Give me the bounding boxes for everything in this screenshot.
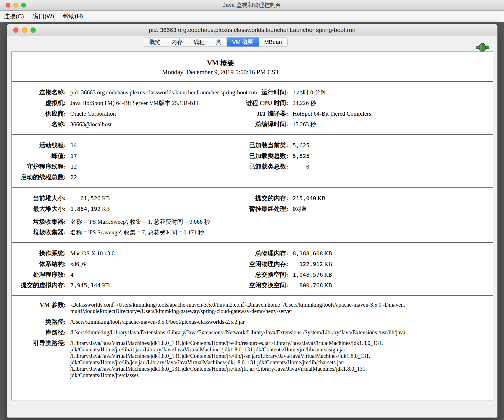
section-threads-classes: 活动线程:14 峰值:17 守护程序线程:12 启动的线程总数:22 已加装当前…: [12, 135, 493, 187]
section-os: 操作系统:Mac OS X 10.13.6 体系结构:x86_64 处理程序数:…: [12, 243, 493, 295]
field-label: 总编译时间:: [230, 120, 288, 129]
row-unloaded-classes: 已卸载类总数:0: [230, 161, 493, 172]
field-value: 17: [70, 153, 77, 159]
field-value: /Users/kimmking/Library/Java/Extensions:…: [70, 329, 408, 336]
field-label: 已加载类总数:: [230, 152, 288, 160]
field-unit: KB: [101, 195, 110, 201]
section-connection: 连接名称:pid: 36663 org.codehaus.plexus.clas…: [12, 82, 493, 134]
field-label: 垃圾收集器:: [12, 218, 66, 226]
field-value: 800,768: [293, 282, 323, 289]
field-value: 4: [70, 271, 74, 278]
field-value: 14: [70, 142, 77, 149]
field-label: 名称:: [12, 120, 66, 129]
row-daemon-threads: 守护程序线程:12: [12, 161, 230, 172]
field-value: 122,912: [293, 261, 323, 267]
tab-vm-summary[interactable]: VM 概要: [227, 38, 259, 46]
field-value: 36663@localhost: [70, 121, 112, 128]
field-value: -Dclassworlds.conf=/Users/kimmking/tools…: [70, 302, 405, 314]
row-name: 名称:36663@localhost: [12, 119, 230, 130]
mdi-desktop: pid: 36663 org.codehaus.plexus.classworl…: [0, 22, 504, 420]
tab-overview[interactable]: 概览: [144, 38, 166, 46]
field-value: Oracle Corporation: [70, 110, 116, 117]
tab-mbean[interactable]: MBean: [259, 38, 287, 46]
field-value: /Users/kimmking/tools/apache-maven-3.5.0…: [70, 319, 245, 325]
row-committed-virtual: 提交的虚拟内存:7,945,144 KB: [12, 280, 230, 291]
field-unit: 对象: [296, 206, 307, 212]
field-label: 启动的线程总数:: [12, 173, 66, 181]
row-current-classes: 已加装当前类:5,625: [230, 140, 493, 151]
timestamp: Monday, December 9, 2019 5:50:16 PM CST: [12, 68, 429, 77]
tab-classes[interactable]: 类: [210, 38, 227, 46]
row-cpu-time: 进程 CPU 时间:24.226 秒: [230, 98, 493, 108]
connection-frame: pid: 36663 org.codehaus.plexus.classworl…: [7, 24, 498, 418]
tab-memory[interactable]: 内存: [166, 38, 188, 46]
row-max-heap: 最大堆大小:1,864,192 KB: [12, 204, 230, 214]
field-unit: KB: [323, 272, 332, 278]
field-label: 当前堆大小:: [12, 194, 66, 202]
row-jit: JIT 编译器:HotSpot 64-Bit Tiered Compilers: [230, 108, 493, 119]
field-label: 最大堆大小:: [12, 205, 66, 213]
page-title: VM 概要: [12, 58, 429, 68]
field-value: 7,945,144: [70, 282, 101, 289]
field-label: 类路径:: [12, 319, 66, 325]
menu-help[interactable]: 帮助(H): [63, 12, 87, 20]
vm-summary-panel: VM 概要 Monday, December 9, 2019 5:50:16 P…: [11, 52, 493, 400]
tab-bar: 概览 内存 线程 类 VM 概要 MBean: [144, 37, 288, 47]
field-label: 提交的虚拟内存:: [12, 281, 66, 290]
row-gc-marksweep: 垃圾收集器:名称 = 'PS MarkSweep', 收集 = 1, 总花费时间…: [12, 216, 493, 227]
field-label: 库路径:: [12, 329, 66, 336]
field-value: 61,526: [70, 195, 101, 202]
field-label: 活动线程:: [12, 141, 66, 150]
app-titlebar: Java 监视和管理控制台: [0, 0, 504, 11]
field-unit: KB: [316, 195, 325, 201]
field-value: 5,625: [293, 142, 309, 149]
row-committed-memory: 提交的内存:215,040 KB: [230, 193, 493, 204]
field-label: 连接名称:: [12, 88, 66, 97]
menu-window[interactable]: 窗口(W): [33, 12, 59, 20]
field-value: HotSpot 64-Bit Tiered Compilers: [293, 110, 371, 117]
row-free-swap: 空闲交换空间:800,768 KB: [230, 280, 493, 291]
row-current-heap: 当前堆大小:61,526 KB: [12, 193, 230, 204]
field-label: 进程 CPU 时间:: [230, 99, 288, 107]
field-label: 总物理内存:: [230, 249, 288, 258]
field-value: pid: 36663 org.codehaus.plexus.classworl…: [70, 89, 257, 96]
field-value: 1,864,192: [70, 206, 101, 212]
field-value: 名称 = 'PS MarkSweep', 收集 = 1, 总花费时间 = 0.0…: [70, 218, 210, 226]
row-loaded-classes: 已加载类总数:5,625: [230, 151, 493, 161]
field-value: Mac OS X 10.13.6: [70, 250, 115, 257]
field-value: /Library/Java/JavaVirtualMachines/jdk1.8…: [70, 340, 383, 379]
row-gc-scavenge: 垃圾收集器:名称 = 'PS Scavenge', 收集 = 7, 总花费时间 …: [12, 227, 493, 238]
field-label: 峰值:: [12, 152, 66, 160]
field-value: 215,040: [293, 195, 316, 202]
row-pending-finalization: 暂挂最终处理:0对象: [230, 204, 493, 214]
row-peak-threads: 峰值:17: [12, 151, 230, 161]
field-value: x86_64: [70, 261, 88, 268]
menu-connect[interactable]: 连接(C): [4, 12, 28, 20]
row-total-threads: 启动的线程总数:22: [12, 172, 230, 183]
row-total-swap: 总交换空间:1,048,576 KB: [230, 269, 493, 280]
field-value: 名称 = 'PS Scavenge', 收集 = 7, 总花费时间 = 0.17…: [70, 228, 204, 236]
field-label: 虚拟机:: [12, 99, 66, 107]
row-vendor: 供应商:Oracle Corporation: [12, 108, 230, 119]
section-paths: VM 参数:-Dclassworlds.conf=/Users/kimmking…: [12, 296, 493, 379]
field-unit: KB: [323, 250, 332, 256]
vm-summary-header: VM 概要 Monday, December 9, 2019 5:50:16 P…: [12, 52, 429, 81]
field-value: 5,625: [293, 153, 309, 159]
field-value: Java HotSpot(TM) 64-Bit Server VM版本 25.1…: [70, 99, 199, 107]
field-value: 12: [70, 163, 77, 170]
field-label: 体系结构:: [12, 260, 66, 268]
field-value: 1 小时 0 分钟: [293, 88, 326, 96]
field-value: 24.226 秒: [293, 99, 316, 107]
field-label: 已卸载类总数:: [230, 162, 288, 171]
row-connection-name: 连接名称:pid: 36663 org.codehaus.plexus.clas…: [12, 87, 230, 98]
field-label: 垃圾收集器:: [12, 228, 66, 237]
field-value: 0: [293, 163, 309, 170]
field-label: 提交的内存:: [230, 194, 288, 202]
row-compile-time: 总编译时间:15.263 秒: [230, 119, 493, 130]
field-label: 处理程序数:: [12, 270, 66, 279]
field-value: 0: [293, 206, 296, 212]
app-title: Java 监视和管理控制台: [0, 1, 504, 9]
row-vm: 虚拟机:Java HotSpot(TM) 64-Bit Server VM版本 …: [12, 98, 230, 108]
tab-threads[interactable]: 线程: [188, 38, 210, 46]
row-os: 操作系统:Mac OS X 10.13.6: [12, 248, 230, 259]
